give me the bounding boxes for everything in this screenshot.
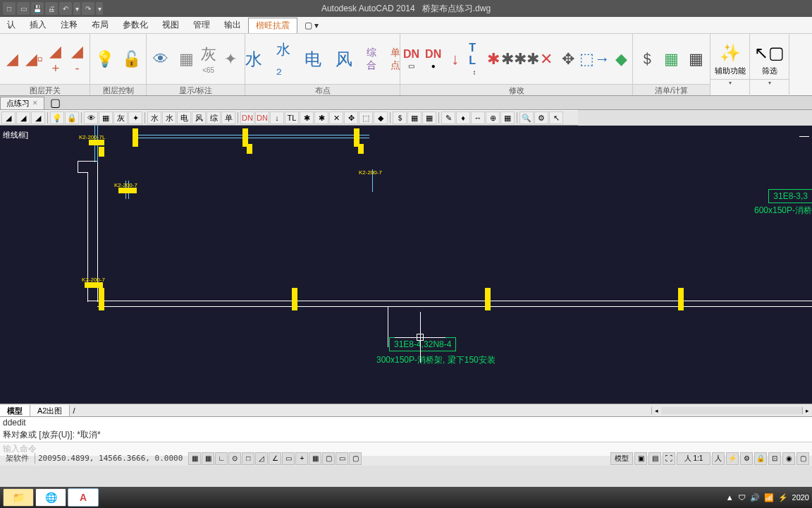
bulb-icon[interactable]: 💡 — [93, 45, 117, 73]
lwt-toggle[interactable]: + — [295, 452, 308, 465]
arrow-down-icon[interactable]: ↓ — [447, 45, 463, 73]
tab-annotate[interactable]: 注释 — [54, 18, 85, 32]
tab-play-icon[interactable]: ▢ ▾ — [297, 19, 326, 32]
tb-layer2[interactable]: ◢ — [16, 111, 30, 124]
gray-button[interactable]: 灰 <65 — [201, 44, 216, 74]
tb-extra2[interactable]: ↔ — [471, 111, 485, 124]
tray-network-icon[interactable]: 📶 — [764, 493, 774, 502]
tb-dn1[interactable]: DN — [240, 111, 254, 124]
tb-water[interactable]: 水 — [147, 111, 161, 124]
tb-rect[interactable]: ⬚ — [359, 111, 373, 124]
ortho-toggle[interactable]: ∟ — [215, 452, 228, 465]
tb-burst[interactable]: ✦ — [128, 111, 142, 124]
stars-icon[interactable]: ✱✱✱ — [508, 45, 533, 73]
tb-star[interactable]: ✱ — [300, 111, 314, 124]
dyn-toggle[interactable]: ▭ — [282, 452, 295, 465]
layer-btn-2[interactable]: ◢▫ — [25, 45, 44, 73]
tab-manage[interactable]: 管理 — [186, 18, 217, 32]
hscroll-track[interactable] — [661, 407, 802, 414]
qat-redo-icon[interactable]: ↷ — [82, 2, 94, 15]
tb-lock[interactable]: 🔒 — [65, 111, 79, 124]
move-4way-icon[interactable]: ✥ — [560, 45, 577, 73]
elec-button[interactable]: 电 — [299, 48, 327, 71]
tb-calc[interactable]: ▦ — [422, 111, 436, 124]
workspace-switch-icon[interactable]: ⚙ — [740, 452, 753, 465]
qp-toggle[interactable]: ▢ — [322, 452, 335, 465]
lock-icon[interactable]: 🔓 — [120, 45, 144, 73]
annotation-scale[interactable]: 人 1:1 — [677, 452, 710, 465]
qat-undo-icon[interactable]: ↶ — [59, 2, 72, 15]
clean-screen-icon[interactable]: ▢ — [796, 452, 809, 465]
hscroll-left[interactable]: ◂ — [651, 407, 661, 414]
dollar-icon[interactable]: ＄ — [636, 45, 658, 73]
tb-wand[interactable]: ✎ — [441, 111, 455, 124]
burst-icon[interactable]: ✦ — [219, 45, 242, 73]
isolate-objects-icon[interactable]: ◉ — [782, 452, 795, 465]
file-tab-active[interactable]: 点练习 ✕ — [0, 97, 44, 109]
polar-toggle[interactable]: ⊙ — [228, 452, 241, 465]
tab-view[interactable]: 视图 — [155, 18, 186, 32]
layout-tab-a2[interactable]: A2出图 — [30, 405, 70, 416]
eye-icon[interactable]: 👁 — [149, 45, 172, 73]
annotation-visibility-icon[interactable]: 人 — [712, 452, 725, 465]
toolbar-lock-icon[interactable]: 🔒 — [754, 452, 767, 465]
tb-single[interactable]: 单 — [221, 111, 235, 124]
am-toggle[interactable]: ▢ — [349, 452, 362, 465]
tray-shield-icon[interactable]: 🛡 — [738, 493, 746, 502]
tb-gray[interactable]: 灰 — [113, 111, 128, 124]
tb-eye[interactable]: 👁 — [84, 111, 98, 124]
layer-btn-1[interactable]: ◢ — [3, 45, 22, 73]
hscroll-right[interactable]: ▸ — [802, 407, 812, 414]
tb-extra3[interactable]: ⊕ — [486, 111, 500, 124]
tb-extra5[interactable]: 🔍 — [519, 111, 534, 124]
tb-extra6[interactable]: ⚙ — [534, 111, 548, 124]
qat-print-icon[interactable]: 🖨 — [45, 2, 58, 15]
layout-tab-model[interactable]: 模型 — [0, 405, 30, 416]
grid-icon[interactable]: ▦ — [175, 45, 197, 73]
annotation-autoscale-icon[interactable]: ⚡ — [726, 452, 739, 465]
dn2-button[interactable]: DN● — [425, 48, 441, 70]
tb-combo[interactable]: 综 — [207, 111, 221, 124]
tb-wind[interactable]: 风 — [192, 111, 206, 124]
tray-volume-icon[interactable]: 🔊 — [750, 493, 760, 502]
model-space-button[interactable]: 模型 — [610, 452, 633, 465]
drawing-canvas[interactable]: 维线框] K2-200-7L K2-200-7 K2-200-7 K2-200-… — [0, 126, 812, 404]
tpi-toggle[interactable]: ▦ — [309, 452, 321, 465]
layer-btn-4[interactable]: ◢- — [68, 45, 87, 73]
status-maximize-icon[interactable]: ⛶ — [663, 452, 675, 465]
tb-bulb[interactable]: 💡 — [50, 111, 64, 124]
osnap-toggle[interactable]: □ — [242, 452, 254, 465]
water2-button[interactable]: 水₂ — [271, 40, 296, 78]
tab-output[interactable]: 输出 — [217, 18, 248, 32]
minimize-viewport-icon[interactable]: — — [799, 130, 809, 141]
ducs-toggle[interactable]: ∠ — [269, 452, 281, 465]
tb-table[interactable]: ▦ — [407, 111, 422, 124]
tray-power-icon[interactable]: ⚡ — [778, 493, 788, 502]
taskbar-autocad[interactable]: A — [68, 488, 99, 507]
hardware-accel-icon[interactable]: ⊡ — [768, 452, 781, 465]
close-tab-icon[interactable]: ✕ — [32, 97, 38, 109]
sc-toggle[interactable]: ▭ — [336, 452, 348, 465]
tb-water2[interactable]: 水 — [162, 111, 176, 124]
taskbar-browser[interactable]: 🌐 — [35, 488, 66, 507]
tl-button[interactable]: T L↕ — [469, 42, 479, 76]
tb-tl[interactable]: TL — [285, 111, 299, 124]
diamond-green-icon[interactable]: ◆ — [613, 45, 629, 73]
grid-toggle[interactable]: ▦ — [202, 452, 214, 465]
tb-dn2[interactable]: DN — [255, 111, 269, 124]
qat-undo-dropdown[interactable]: ▾ — [73, 2, 80, 15]
dn1-button[interactable]: DN▭ — [403, 48, 419, 70]
tb-diamond[interactable]: ◆ — [374, 111, 388, 124]
tb-stars[interactable]: ✱ — [314, 111, 328, 124]
tab-layout[interactable]: 布局 — [85, 18, 116, 32]
tab-default[interactable]: 认 — [0, 18, 23, 32]
tab-kaiwang-seismic[interactable]: 楷旺抗震 — [248, 18, 297, 33]
taskbar-explorer[interactable]: 📁 — [3, 488, 34, 507]
x-cross-icon[interactable]: ✕ — [539, 45, 555, 73]
tb-move[interactable]: ✥ — [344, 111, 358, 124]
asterisk-red-icon[interactable]: ✱ — [486, 45, 502, 73]
tb-extra4[interactable]: ▦ — [500, 111, 515, 124]
tb-dollar[interactable]: ＄ — [393, 111, 407, 124]
water-button[interactable]: 水 — [240, 48, 268, 71]
tb-elec[interactable]: 电 — [177, 111, 191, 124]
